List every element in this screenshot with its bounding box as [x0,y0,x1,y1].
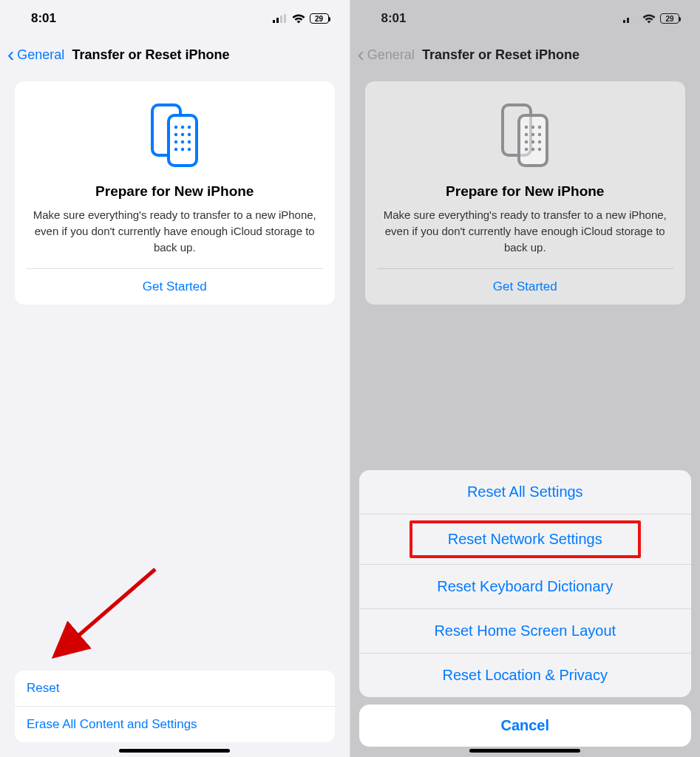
svg-point-34 [525,148,528,151]
erase-all-button[interactable]: Erase All Content and Settings [15,706,335,742]
screenshot-left: 8:01 29 ‹ General Transfer or Reset iPho… [0,0,350,757]
status-time: 8:01 [31,11,56,26]
cellular-icon [273,14,288,23]
reset-network-settings-label: Reset Network Settings [441,528,610,551]
prepare-description: Make sure everything's ready to transfer… [30,207,320,255]
reset-options-list: Reset Erase All Content and Settings [15,671,335,742]
svg-point-30 [538,133,541,136]
svg-point-15 [174,148,177,151]
svg-point-14 [188,140,191,143]
nav-bar: ‹ General Transfer or Reset iPhone [0,37,350,72]
svg-point-17 [188,148,191,151]
transfer-devices-icon [489,102,560,169]
svg-point-28 [525,133,528,136]
svg-point-27 [538,126,541,129]
cancel-button[interactable]: Cancel [359,705,692,747]
reset-all-settings-button[interactable]: Reset All Settings [359,470,692,514]
svg-point-11 [188,133,191,136]
action-sheet: Reset All Settings Reset Network Setting… [359,470,692,747]
svg-rect-0 [273,20,275,23]
status-right: 29 [623,13,679,24]
cellular-icon [623,14,638,23]
prepare-card: Prepare for New iPhone Make sure everyth… [15,81,335,305]
prepare-title: Prepare for New iPhone [30,183,320,200]
status-bar: 8:01 29 [350,0,701,37]
get-started-button: Get Started [365,269,686,305]
nav-bar: ‹ General Transfer or Reset iPhone [350,37,701,72]
svg-point-26 [531,126,534,129]
reset-location-privacy-button[interactable]: Reset Location & Privacy [359,653,692,697]
get-started-button[interactable]: Get Started [15,269,335,305]
svg-point-31 [525,140,528,143]
home-indicator[interactable] [469,749,580,753]
svg-rect-1 [276,18,279,23]
home-indicator[interactable] [119,749,230,753]
action-sheet-list: Reset All Settings Reset Network Setting… [359,470,692,697]
status-bar: 8:01 29 [0,0,350,37]
annotation-arrow-icon [44,562,170,673]
svg-point-29 [531,133,534,136]
status-time: 8:01 [381,11,407,26]
svg-line-18 [63,569,155,649]
svg-rect-2 [280,16,282,23]
prepare-title: Prepare for New iPhone [380,183,671,200]
svg-point-33 [538,140,541,143]
nav-title: Transfer or Reset iPhone [422,47,580,63]
svg-point-16 [181,148,184,151]
transfer-devices-icon [139,102,210,169]
wifi-icon [292,14,305,24]
svg-rect-21 [631,16,633,23]
wifi-icon [642,14,656,24]
svg-point-13 [181,140,184,143]
nav-back-label[interactable]: General [17,47,64,63]
svg-point-32 [531,140,534,143]
svg-point-7 [181,126,184,129]
prepare-card: Prepare for New iPhone Make sure everyth… [365,81,686,305]
svg-rect-3 [284,14,286,23]
svg-point-25 [525,126,528,129]
svg-rect-22 [634,14,636,23]
prepare-description: Make sure everything's ready to transfer… [380,207,671,255]
reset-button[interactable]: Reset [15,671,335,706]
screenshot-right: 8:01 29 ‹ General Transfer or Reset iPho… [350,0,701,757]
reset-home-screen-layout-button[interactable]: Reset Home Screen Layout [359,608,692,653]
svg-point-36 [538,148,541,151]
svg-rect-19 [623,20,625,23]
nav-back-label: General [367,47,415,63]
battery-icon: 29 [660,13,679,24]
svg-point-12 [174,140,177,143]
battery-icon: 29 [310,13,329,24]
reset-keyboard-dictionary-button[interactable]: Reset Keyboard Dictionary [359,564,692,608]
status-right: 29 [273,13,329,24]
nav-title: Transfer or Reset iPhone [72,47,229,63]
svg-rect-20 [627,18,629,23]
svg-point-6 [174,126,177,129]
svg-point-10 [181,133,184,136]
back-chevron-icon[interactable]: ‹ [7,44,14,65]
svg-point-8 [188,126,191,129]
reset-network-settings-button[interactable]: Reset Network Settings [359,514,692,564]
back-chevron-icon: ‹ [358,44,364,65]
svg-point-9 [174,133,177,136]
svg-point-35 [531,148,534,151]
